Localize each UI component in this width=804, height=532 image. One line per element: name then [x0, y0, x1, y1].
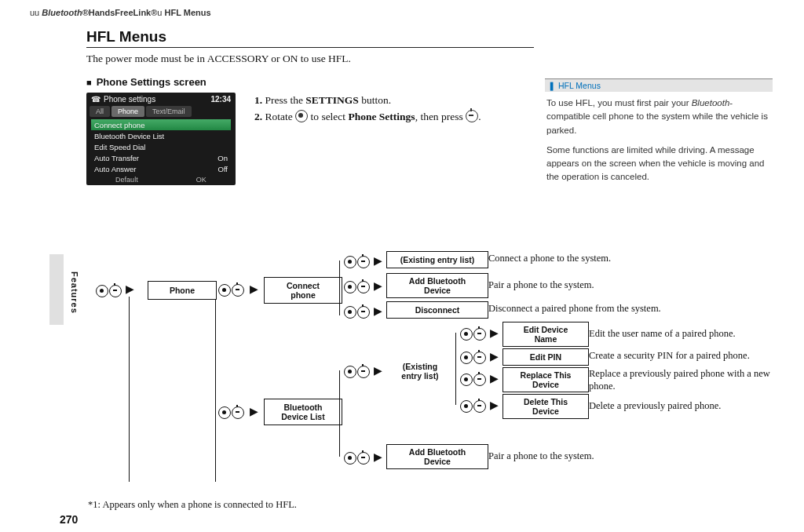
node-disconnect: Disconnect — [386, 301, 488, 319]
title-rule — [86, 47, 534, 48]
page-title: HFL Menus — [86, 28, 777, 46]
node-edit-device-name: Edit Device Name — [502, 322, 589, 347]
intro-text: The power mode must be in ACCESSORY or O… — [86, 53, 777, 65]
node-existing-list: (Existing entry list) — [386, 251, 488, 268]
features-tab-bar — [49, 254, 64, 325]
features-tab-label: Features — [70, 271, 79, 314]
press-dial-icon — [466, 110, 478, 122]
side-note: ❚HFL Menus To use HFL, you must first pa… — [545, 78, 773, 189]
node-phone: Phone — [148, 281, 217, 300]
node-edit-pin: Edit PIN — [502, 348, 589, 366]
phone-settings-screenshot: Phone settings12:34 All Phone Text/Email… — [86, 93, 236, 185]
breadcrumb: uu Bluetooth®HandsFreeLink®u HFL Menus — [30, 8, 777, 17]
node-delete-device: Delete This Device — [502, 394, 589, 419]
node-replace-device: Replace This Device — [502, 367, 589, 392]
page-number: 270 — [60, 513, 78, 526]
node-existing-list-2: (Existing entry list) — [386, 359, 454, 383]
footnote: *1: Appears only when a phone is connect… — [88, 499, 297, 511]
node-connect-phone: Connect phone — [264, 277, 342, 304]
rotate-dial-icon — [295, 110, 308, 122]
node-add-bt-2: Add Bluetooth Device — [386, 444, 488, 469]
node-add-bt-1: Add Bluetooth Device — [386, 273, 488, 298]
node-bt-device-list: Bluetooth Device List — [264, 399, 342, 425]
instruction-steps: 1. Press the SETTINGS button. 2. Rotate … — [254, 93, 481, 126]
